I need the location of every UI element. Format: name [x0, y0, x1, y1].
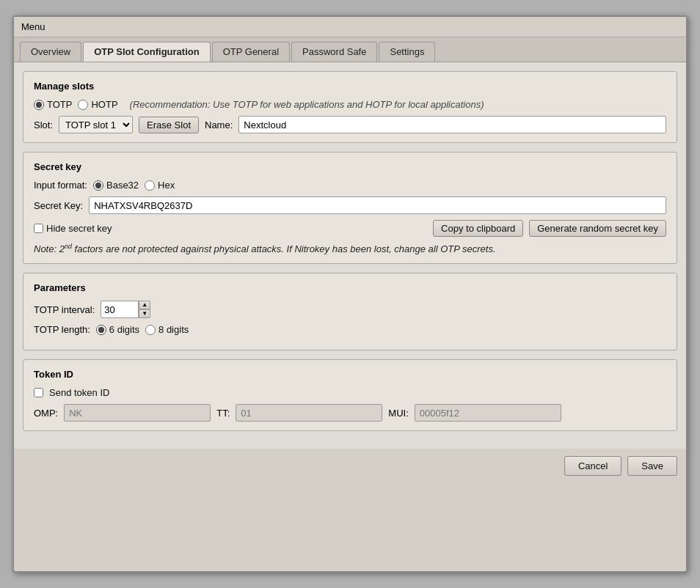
hex-radio[interactable] — [145, 180, 155, 191]
mui-label: MUI: — [388, 408, 408, 419]
note-prefix: Note: 2 — [34, 243, 65, 254]
totp-radio-item[interactable]: TOTP — [34, 99, 72, 110]
input-format-row: Input format: Base32 Hex — [34, 180, 666, 191]
eight-digits-radio-item[interactable]: 8 digits — [145, 324, 189, 335]
spinner-down-button[interactable]: ▼ — [139, 309, 150, 318]
tab-settings[interactable]: Settings — [379, 42, 435, 62]
secret-key-title: Secret key — [34, 161, 666, 172]
mui-input[interactable] — [415, 404, 561, 422]
secret-key-row: Secret Key: — [34, 196, 666, 214]
manage-slots-section: Manage slots TOTP HOTP (Recommendation: … — [23, 71, 677, 143]
cancel-button[interactable]: Cancel — [564, 456, 621, 476]
tab-bar: Overview OTP Slot Configuration OTP Gene… — [14, 37, 686, 62]
hide-secret-label: Hide secret key — [46, 223, 112, 234]
generate-random-secret-button[interactable]: Generate random secret key — [529, 220, 666, 237]
omp-input[interactable] — [64, 404, 211, 422]
name-label: Name: — [205, 120, 233, 131]
parameters-title: Parameters — [34, 282, 666, 293]
main-content: Manage slots TOTP HOTP (Recommendation: … — [14, 62, 686, 449]
input-format-label: Input format: — [34, 180, 87, 191]
window-title: Menu — [21, 21, 45, 32]
totp-hotp-row: TOTP HOTP (Recommendation: Use TOTP for … — [34, 99, 666, 110]
spinner-up-button[interactable]: ▲ — [139, 301, 150, 309]
parameters-section: Parameters TOTP interval: ▲ ▼ TOTP lengt… — [23, 273, 677, 350]
totp-interval-row: TOTP interval: ▲ ▼ — [34, 301, 666, 318]
omp-row: OMP: TT: MUI: — [34, 404, 666, 422]
secret-key-section: Secret key Input format: Base32 Hex Secr… — [23, 152, 677, 264]
six-digits-label: 6 digits — [109, 324, 139, 335]
note-sup: nd — [65, 243, 72, 250]
send-token-label: Send token ID — [49, 387, 109, 398]
hide-secret-checkbox[interactable] — [34, 224, 43, 233]
copy-to-clipboard-button[interactable]: Copy to clipboard — [433, 220, 523, 237]
secret-key-input[interactable] — [89, 196, 666, 214]
spinner-buttons: ▲ ▼ — [139, 301, 150, 318]
totp-interval-spinner: ▲ ▼ — [101, 301, 150, 318]
totp-interval-label: TOTP interval: — [34, 304, 95, 315]
title-bar: Menu — [14, 17, 686, 37]
totp-interval-input[interactable] — [101, 301, 139, 318]
token-id-title: Token ID — [34, 369, 666, 380]
hex-radio-item[interactable]: Hex — [145, 180, 175, 191]
secret-key-label: Secret Key: — [34, 200, 83, 211]
erase-slot-button[interactable]: Erase Slot — [139, 117, 199, 133]
note-suffix: factors are not protected against physic… — [72, 243, 496, 254]
token-id-section: Token ID Send token ID OMP: TT: MUI: — [23, 359, 677, 431]
omp-label: OMP: — [34, 408, 58, 419]
tt-label: TT: — [216, 408, 230, 419]
base32-radio-item[interactable]: Base32 — [93, 180, 139, 191]
hotp-radio[interactable] — [78, 100, 88, 110]
recommendation-text: (Recommendation: Use TOTP for web applic… — [130, 99, 484, 110]
totp-radio[interactable] — [34, 100, 44, 110]
send-token-checkbox[interactable] — [34, 388, 43, 397]
tab-otp-general[interactable]: OTP General — [212, 42, 290, 62]
slot-label: Slot: — [34, 120, 53, 131]
hide-secret-checkbox-item[interactable]: Hide secret key — [34, 223, 112, 234]
manage-slots-title: Manage slots — [34, 81, 666, 92]
base32-label: Base32 — [106, 180, 139, 191]
slot-select[interactable]: TOTP slot 1 TOTP slot 2 HOTP slot 1 — [59, 116, 133, 133]
hotp-radio-item[interactable]: HOTP — [78, 99, 117, 110]
note-text: Note: 2nd factors are not protected agai… — [34, 243, 666, 254]
hotp-label: HOTP — [91, 99, 117, 110]
hex-label: Hex — [158, 180, 175, 191]
six-digits-radio[interactable] — [96, 325, 106, 335]
slot-row: Slot: TOTP slot 1 TOTP slot 2 HOTP slot … — [34, 116, 666, 133]
totp-length-row: TOTP length: 6 digits 8 digits — [34, 324, 666, 335]
tab-otp-slot-config[interactable]: OTP Slot Configuration — [83, 42, 210, 62]
six-digits-radio-item[interactable]: 6 digits — [96, 324, 139, 335]
totp-length-label: TOTP length: — [34, 324, 90, 335]
eight-digits-label: 8 digits — [158, 324, 189, 335]
tt-input[interactable] — [236, 404, 382, 422]
send-token-row: Send token ID — [34, 387, 666, 398]
eight-digits-radio[interactable] — [145, 325, 156, 335]
tab-overview[interactable]: Overview — [20, 42, 81, 62]
save-button[interactable]: Save — [627, 456, 677, 476]
tab-password-safe[interactable]: Password Safe — [291, 42, 377, 62]
name-input[interactable] — [238, 116, 666, 133]
totp-label: TOTP — [47, 99, 72, 110]
footer: Cancel Save — [14, 449, 686, 483]
base32-radio[interactable] — [93, 180, 103, 191]
secret-key-actions-row: Hide secret key Copy to clipboard Genera… — [34, 220, 666, 237]
main-window: Menu Overview OTP Slot Configuration OTP… — [12, 15, 688, 573]
